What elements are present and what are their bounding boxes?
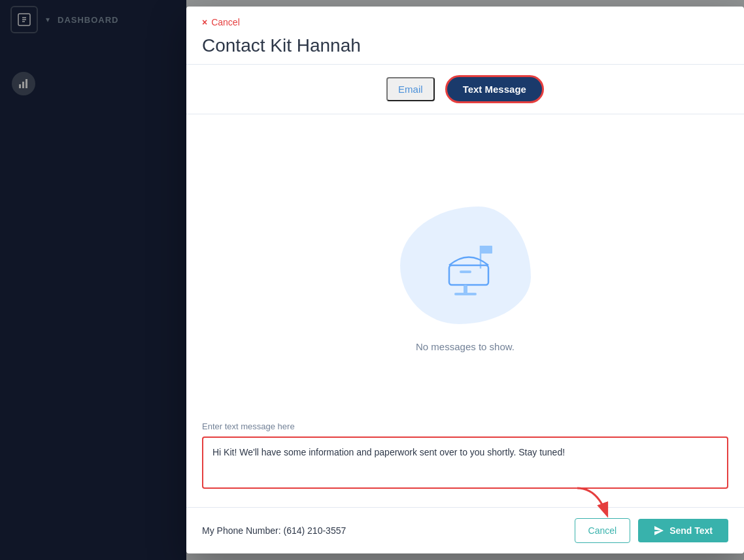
message-textarea[interactable] <box>202 436 728 489</box>
cancel-x-icon: × <box>202 17 207 27</box>
message-input-section: Enter text message here <box>202 421 728 491</box>
svg-rect-9 <box>454 293 477 295</box>
svg-rect-7 <box>460 271 471 273</box>
modal-body: No messages to show. Enter text message … <box>186 114 744 507</box>
no-messages-text: No messages to show. <box>416 341 515 352</box>
send-text-button[interactable]: Send Text <box>638 519 728 542</box>
tab-text-message[interactable]: Text Message <box>445 75 544 103</box>
cancel-bar: × Cancel <box>202 17 728 27</box>
modal-title: Contact Kit Hannah <box>202 35 728 56</box>
svg-rect-5 <box>481 246 492 254</box>
cancel-link[interactable]: Cancel <box>211 17 240 27</box>
svg-rect-8 <box>464 285 467 294</box>
modal-footer: My Phone Number: (614) 210-3557 Cancel S… <box>186 507 744 553</box>
contact-modal: × Cancel Contact Kit Hannah Email Text M… <box>186 7 744 553</box>
svg-rect-6 <box>449 265 488 285</box>
modal-tabs: Email Text Message <box>186 65 744 114</box>
send-icon <box>654 525 664 536</box>
illustration-area: No messages to show. <box>202 130 728 421</box>
arrow-annotation <box>571 482 617 530</box>
mailbox-illustration <box>394 200 537 331</box>
tab-email[interactable]: Email <box>386 77 435 101</box>
mailbox-icon <box>430 233 501 298</box>
modal-header: × Cancel Contact Kit Hannah <box>186 7 744 65</box>
cancel-link-text: Cancel <box>211 17 240 27</box>
input-label: Enter text message here <box>202 421 728 431</box>
phone-info: My Phone Number: (614) 210-3557 <box>202 525 346 536</box>
